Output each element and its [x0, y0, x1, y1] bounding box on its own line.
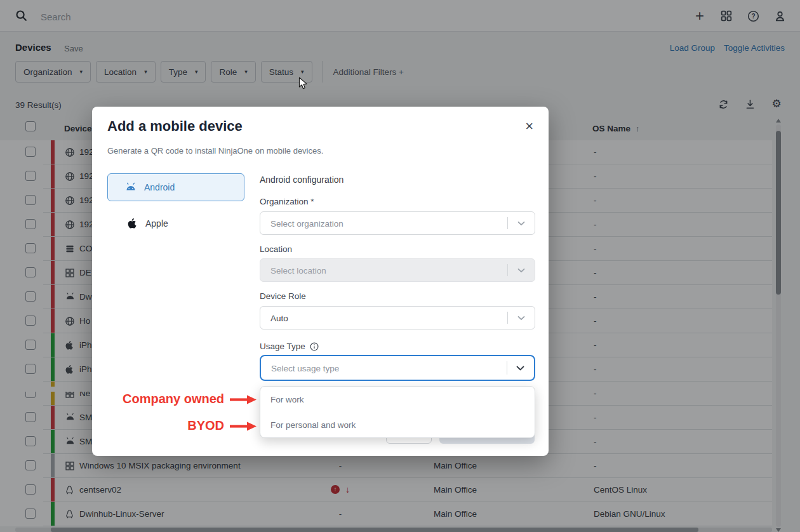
- android-icon: [124, 182, 137, 192]
- apple-icon: [127, 218, 137, 229]
- modal-subtitle: Generate a QR code to install NinjaOne o…: [107, 146, 323, 156]
- location-select: Select location: [260, 258, 535, 282]
- usage-type-dropdown: For work For personal and work: [260, 386, 535, 438]
- arrow-right-icon: [229, 422, 257, 431]
- device-role-select[interactable]: Auto: [260, 306, 535, 329]
- organization-label: Organization *: [260, 197, 314, 206]
- annotation-company-owned: Company owned: [38, 392, 224, 406]
- select-separator: [507, 312, 508, 324]
- modal-title: Add a mobile device: [107, 118, 243, 135]
- chevron-down-icon: [516, 365, 524, 371]
- arrow-right-icon: [229, 395, 257, 404]
- select-separator: [507, 264, 508, 276]
- close-icon[interactable]: ×: [525, 119, 533, 133]
- organization-placeholder: Select organization: [270, 218, 343, 228]
- chevron-down-icon: [517, 268, 525, 273]
- app-window: + ? Devices Save Load Group Toggle Activ…: [0, 0, 800, 532]
- info-icon[interactable]: [310, 342, 319, 351]
- annotation-byod: BYOD: [38, 418, 224, 433]
- tab-android[interactable]: Android: [107, 173, 244, 201]
- tab-apple-label: Apple: [145, 218, 168, 229]
- dropdown-option-for-personal-and-work[interactable]: For personal and work: [260, 412, 535, 437]
- section-title: Android configuration: [260, 175, 343, 185]
- usage-type-label: Usage Type: [260, 342, 319, 351]
- tab-android-label: Android: [144, 182, 175, 192]
- tab-apple[interactable]: Apple: [107, 211, 244, 236]
- device-role-value: Auto: [270, 313, 288, 323]
- usage-type-placeholder: Select usage type: [271, 363, 339, 373]
- location-label: Location: [260, 244, 292, 254]
- location-placeholder: Select location: [270, 265, 326, 275]
- select-separator: [507, 217, 508, 229]
- dropdown-option-for-work[interactable]: For work: [260, 387, 535, 412]
- chevron-down-icon: [517, 221, 525, 226]
- usage-type-select[interactable]: Select usage type: [260, 355, 535, 381]
- device-role-label: Device Role: [260, 291, 306, 301]
- chevron-down-icon: [517, 316, 525, 321]
- organization-select[interactable]: Select organization: [260, 211, 535, 235]
- select-separator: [507, 361, 507, 375]
